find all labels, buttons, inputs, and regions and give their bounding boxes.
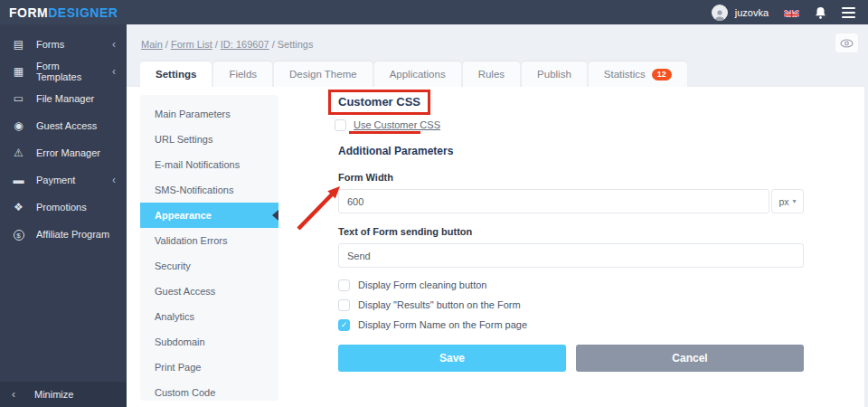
file-manager-icon: ▭ [12, 92, 25, 105]
display-results-button-row: ✓ Display "Results" button on the Form [338, 298, 804, 312]
preview-eye-button[interactable] [835, 33, 859, 53]
logo-form-text: FORM [9, 5, 48, 20]
tab-publish[interactable]: Publish [522, 62, 587, 87]
sidebar-item-file-manager[interactable]: ▭ File Manager [0, 85, 127, 112]
use-customer-css-link[interactable]: Use Customer CSS [354, 119, 440, 130]
form-width-label: Form Width [338, 172, 804, 183]
form-tabs: Settings Fields Design Theme Application… [140, 62, 687, 87]
tab-label: Rules [478, 69, 505, 80]
settings-nav-print-page[interactable]: Print Page [140, 355, 278, 380]
settings-nav-security[interactable]: Security [140, 253, 278, 279]
tab-design-theme[interactable]: Design Theme [274, 62, 373, 87]
language-flag-icon[interactable] [784, 7, 799, 17]
breadcrumb-link-form-id[interactable]: ID: 169607 [221, 39, 269, 50]
form-width-unit-select[interactable]: px ▾ [771, 189, 804, 213]
error-manager-icon: ⚠ [12, 147, 25, 159]
sidebar-item-forms[interactable]: ▤ Forms ‹ [0, 31, 127, 58]
guest-access-icon: ◉ [12, 119, 25, 132]
breadcrumb-separator: / [272, 39, 275, 50]
forms-icon: ▤ [12, 38, 25, 51]
sidebar-item-label: File Manager [36, 93, 116, 104]
settings-nav-subdomain[interactable]: Subdomain [140, 329, 278, 355]
settings-nav-analytics[interactable]: Analytics [140, 304, 278, 329]
breadcrumb: Main/Form List/ID: 169607/Settings [141, 39, 313, 50]
sidebar-item-affiliate-program[interactable]: $ Affiliate Program [0, 221, 127, 248]
tab-applications[interactable]: Applications [374, 62, 461, 87]
breadcrumb-separator: / [165, 39, 168, 50]
sidebar-item-label: Error Manager [36, 147, 116, 158]
sidebar-item-label: Forms [36, 39, 101, 50]
tab-label: Design Theme [289, 69, 357, 80]
display-options: ✓ Display Form cleaning button ✓ Display… [338, 278, 804, 332]
tab-rules[interactable]: Rules [463, 62, 520, 87]
sidebar-item-guest-access[interactable]: ◉ Guest Access [0, 112, 127, 139]
promotions-icon: ❖ [12, 201, 25, 213]
send-button-text-input[interactable] [338, 243, 804, 268]
active-notch [272, 210, 278, 221]
form-actions: Save Cancel [338, 345, 804, 372]
breadcrumb-link-main[interactable]: Main [141, 39, 163, 50]
settings-nav-url-settings[interactable]: URL Settings [140, 127, 278, 152]
additional-parameters-heading: Additional Parameters [338, 145, 804, 157]
breadcrumb-separator: / [215, 39, 218, 50]
tab-settings[interactable]: Settings [140, 62, 212, 87]
checkbox-label: Display Form cleaning button [358, 279, 486, 290]
unit-label: px [778, 196, 788, 207]
display-cleaning-button-row: ✓ Display Form cleaning button [338, 278, 804, 292]
save-button[interactable]: Save [338, 345, 566, 372]
send-button-text-row [338, 243, 804, 268]
statistics-badge: 12 [652, 69, 672, 80]
settings-nav-validation-errors[interactable]: Validation Errors [140, 228, 278, 253]
settings-nav-sms-notifications[interactable]: SMS-Notifications [140, 177, 278, 203]
display-form-name-row: ✓ Display Form Name on the Form page [338, 317, 804, 332]
payment-icon: ▬ [12, 174, 25, 186]
tab-label: Statistics [604, 69, 646, 80]
chevron-left-icon: ‹ [112, 174, 116, 186]
settings-panel: Main Parameters URL Settings E-mail Noti… [127, 87, 864, 407]
minimize-label: Minimize [34, 389, 73, 400]
sidebar-item-form-templates[interactable]: ▦ Form Templates ‹ [0, 58, 127, 85]
display-form-name-checkbox[interactable]: ✓ [338, 319, 350, 331]
top-header: FORMDESIGNER juzovka [0, 0, 868, 24]
person-icon [713, 8, 726, 21]
annotation-red-underline [349, 131, 420, 134]
breadcrumb-link-form-list[interactable]: Form List [171, 39, 212, 50]
settings-nav-guest-access[interactable]: Guest Access [140, 279, 278, 304]
appearance-form: Customer CSS ✓ Use Customer CSS Addition… [338, 90, 804, 372]
settings-nav-appearance[interactable]: Appearance [140, 203, 278, 228]
chevron-down-icon: ▾ [793, 197, 797, 205]
form-width-input[interactable] [338, 189, 769, 213]
chevron-left-icon: ‹ [112, 38, 116, 51]
sidebar-item-error-manager[interactable]: ⚠ Error Manager [0, 139, 127, 166]
send-button-text-label: Text of Form sending button [338, 226, 804, 237]
sidebar-item-label: Guest Access [36, 120, 116, 131]
notifications-bell-icon[interactable] [815, 6, 826, 19]
display-cleaning-button-checkbox[interactable]: ✓ [338, 279, 350, 291]
settings-nav-email-notifications[interactable]: E-mail Notifications [140, 152, 278, 177]
main-sidebar: ▤ Forms ‹ ▦ Form Templates ‹ ▭ File Mana… [0, 24, 127, 382]
sidebar-item-label: Affiliate Program [36, 229, 116, 240]
hamburger-menu-icon[interactable] [842, 7, 855, 18]
settings-nav-main-parameters[interactable]: Main Parameters [140, 101, 278, 127]
sidebar-item-payment[interactable]: ▬ Payment ‹ [0, 166, 127, 194]
cancel-button[interactable]: Cancel [576, 345, 804, 372]
display-results-button-checkbox[interactable]: ✓ [338, 299, 350, 311]
avatar [712, 5, 728, 21]
checkbox-label: Display "Results" button on the Form [358, 299, 521, 310]
breadcrumb-current: Settings [278, 39, 314, 50]
app-logo[interactable]: FORMDESIGNER [9, 5, 118, 20]
sidebar-item-label: Form Templates [36, 61, 101, 82]
use-customer-css-checkbox[interactable]: ✓ [335, 119, 346, 131]
tab-fields[interactable]: Fields [213, 62, 272, 87]
form-templates-icon: ▦ [12, 65, 25, 78]
settings-nav-custom-code[interactable]: Custom Code [140, 380, 278, 405]
eye-icon [840, 39, 854, 48]
form-width-row: px ▾ [338, 189, 804, 213]
sidebar-item-promotions[interactable]: ❖ Promotions [0, 194, 127, 221]
user-menu[interactable]: juzovka [712, 5, 769, 21]
content-area: Main/Form List/ID: 169607/Settings Setti… [127, 24, 868, 407]
affiliate-program-icon: $ [12, 228, 25, 241]
sidebar-minimize-button[interactable]: ‹ Minimize [0, 382, 127, 407]
tab-label: Publish [537, 69, 571, 80]
tab-statistics[interactable]: Statistics12 [589, 62, 687, 87]
